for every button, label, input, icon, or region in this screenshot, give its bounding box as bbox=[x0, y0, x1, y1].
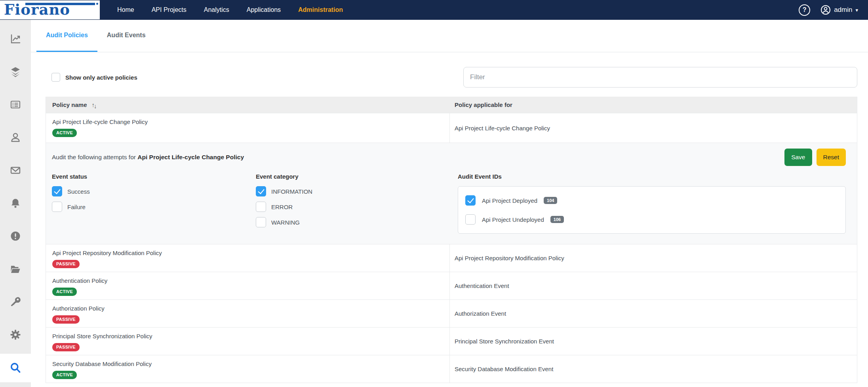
policy-name-header-label: Policy name bbox=[52, 101, 87, 108]
table-row[interactable]: Api Project Repository Modification Poli… bbox=[46, 244, 857, 272]
event-status-option-failure[interactable]: Failure bbox=[52, 202, 256, 212]
table-row[interactable]: Api Project Life-cycle Change Policy ACT… bbox=[46, 113, 857, 143]
table-row[interactable]: Authentication Policy ACTIVE Authenticat… bbox=[46, 272, 857, 299]
table-row[interactable]: Authorization Policy PASSIVE Authorizati… bbox=[46, 299, 857, 327]
policy-name-cell: Api Project Repository Modification Poli… bbox=[46, 244, 450, 272]
save-button[interactable]: Save bbox=[784, 149, 812, 166]
top-navbar: Fiorano Home API Projects Analytics Appl… bbox=[0, 0, 868, 20]
policy-name-cell: Api Project Life-cycle Change Policy ACT… bbox=[46, 113, 450, 143]
search-icon[interactable] bbox=[9, 362, 22, 374]
nav-item-applications[interactable]: Applications bbox=[247, 6, 281, 13]
status-badge: ACTIVE bbox=[52, 129, 77, 137]
policy-applicable-cell: Api Project Life-cycle Change Policy bbox=[450, 113, 857, 143]
policy-detail-panel: Audit the following attempts for Api Pro… bbox=[46, 143, 857, 244]
event-id-badge: 106 bbox=[550, 216, 564, 223]
sidebar-search-section bbox=[0, 354, 31, 382]
audit-event-ids-group: Audit Event IDs Api Project Deployed 104… bbox=[458, 173, 846, 234]
api-project-undeployed-checkbox[interactable] bbox=[465, 214, 476, 225]
status-badge: PASSIVE bbox=[52, 315, 80, 324]
policy-name-cell: Principal Store Synchronization Policy P… bbox=[46, 328, 450, 355]
event-status-group: Event status Success Failure bbox=[52, 173, 256, 234]
policy-applicable-cell: Security Database Modification Event bbox=[450, 355, 857, 383]
show-only-active-checkbox[interactable] bbox=[51, 73, 60, 82]
folder-open-icon[interactable] bbox=[9, 263, 22, 275]
chevron-down-icon: ▾ bbox=[855, 7, 858, 13]
filter-input[interactable] bbox=[463, 67, 857, 88]
content-inner: Show only active policies Policy name ↑ … bbox=[31, 67, 868, 383]
table-header: Policy name ↑ ↓ Policy applicable for bbox=[46, 97, 857, 113]
event-category-option-warning[interactable]: WARNING bbox=[256, 217, 458, 227]
tab-audit-policies[interactable]: Audit Policies bbox=[36, 20, 97, 52]
event-id-option-deployed[interactable]: Api Project Deployed 104 bbox=[465, 195, 838, 206]
navbar-right: ? admin ▾ bbox=[799, 4, 868, 16]
layers-icon[interactable] bbox=[9, 65, 22, 78]
user-icon[interactable] bbox=[9, 131, 22, 144]
key-icon[interactable] bbox=[9, 295, 22, 308]
policy-name: Principal Store Synchronization Policy bbox=[52, 333, 443, 339]
panel-buttons: Save Reset bbox=[784, 149, 846, 166]
nav-item-api-projects[interactable]: API Projects bbox=[152, 6, 187, 13]
reset-button[interactable]: Reset bbox=[817, 149, 846, 166]
warning-checkbox[interactable] bbox=[256, 217, 266, 227]
panel-header-prefix: Audit the following attempts for bbox=[52, 154, 136, 160]
audit-event-ids-box: Api Project Deployed 104 Api Project Und… bbox=[458, 186, 846, 234]
panel-header: Audit the following attempts for Api Pro… bbox=[52, 149, 846, 166]
status-badge: PASSIVE bbox=[52, 343, 80, 351]
success-checkbox[interactable] bbox=[52, 186, 62, 196]
policies-table: Policy name ↑ ↓ Policy applicable for Ap… bbox=[46, 97, 857, 383]
event-id-option-undeployed[interactable]: Api Project Undeployed 106 bbox=[465, 214, 838, 225]
status-badge: ACTIVE bbox=[52, 371, 77, 379]
show-only-active-control[interactable]: Show only active policies bbox=[51, 73, 137, 82]
event-category-option-error[interactable]: ERROR bbox=[256, 202, 458, 212]
tab-audit-events[interactable]: Audit Events bbox=[97, 20, 155, 52]
settings-icon[interactable] bbox=[9, 328, 22, 341]
sort-down-arrow: ↓ bbox=[94, 103, 97, 109]
logo-trademark-dot bbox=[96, 3, 98, 5]
sort-icon[interactable]: ↑ ↓ bbox=[92, 101, 98, 108]
nav-item-home[interactable]: Home bbox=[117, 6, 134, 13]
event-status-option-success[interactable]: Success bbox=[52, 186, 256, 196]
information-checkbox[interactable] bbox=[256, 186, 266, 196]
bell-icon[interactable] bbox=[9, 197, 22, 210]
table-row[interactable]: Security Database Modification Policy AC… bbox=[46, 355, 857, 383]
event-id-badge: 104 bbox=[544, 197, 557, 204]
user-avatar-icon bbox=[820, 5, 831, 15]
failure-checkbox[interactable] bbox=[52, 202, 62, 212]
policy-applicable-cell: Authentication Event bbox=[450, 272, 857, 299]
list-icon[interactable] bbox=[9, 98, 22, 111]
error-checkbox[interactable] bbox=[256, 202, 266, 212]
policy-applicable-cell: Authorization Event bbox=[450, 300, 857, 327]
failure-label: Failure bbox=[67, 204, 86, 210]
api-project-undeployed-label: Api Project Undeployed bbox=[482, 216, 544, 223]
policy-name-cell: Authentication Policy ACTIVE bbox=[46, 272, 450, 299]
user-menu[interactable]: admin ▾ bbox=[820, 5, 858, 15]
panel-groups: Event status Success Failure Even bbox=[52, 173, 846, 234]
policy-name-cell: Security Database Modification Policy AC… bbox=[46, 355, 450, 383]
policy-applicable-cell: Principal Store Synchronization Event bbox=[450, 328, 857, 355]
column-header-policy-name: Policy name ↑ ↓ bbox=[46, 101, 450, 108]
sidebar-footer-strip bbox=[0, 382, 31, 387]
table-row[interactable]: Principal Store Synchronization Policy P… bbox=[46, 327, 857, 355]
mail-icon[interactable] bbox=[9, 164, 22, 177]
brand-logo[interactable]: Fiorano bbox=[0, 0, 100, 19]
policy-name: Authentication Policy bbox=[52, 277, 443, 284]
policy-name-cell: Authorization Policy PASSIVE bbox=[46, 300, 450, 327]
line-chart-icon[interactable] bbox=[9, 32, 22, 45]
alert-icon[interactable] bbox=[9, 230, 22, 242]
main-content: Audit Policies Audit Events Show only ac… bbox=[31, 20, 868, 387]
help-icon[interactable]: ? bbox=[799, 4, 810, 16]
error-label: ERROR bbox=[271, 204, 293, 210]
sidebar bbox=[0, 20, 31, 387]
main-nav: Home API Projects Analytics Applications… bbox=[117, 6, 343, 13]
nav-item-administration[interactable]: Administration bbox=[298, 6, 343, 13]
status-badge: ACTIVE bbox=[52, 288, 77, 296]
policy-name: Authorization Policy bbox=[52, 305, 443, 312]
api-project-deployed-label: Api Project Deployed bbox=[482, 197, 537, 204]
panel-header-policy-name: Api Project Life-cycle Change Policy bbox=[137, 154, 244, 160]
information-label: INFORMATION bbox=[271, 188, 312, 195]
event-category-group: Event category INFORMATION ERROR bbox=[256, 173, 458, 234]
success-label: Success bbox=[67, 188, 90, 195]
nav-item-analytics[interactable]: Analytics bbox=[204, 6, 229, 13]
api-project-deployed-checkbox[interactable] bbox=[465, 195, 476, 206]
event-category-option-information[interactable]: INFORMATION bbox=[256, 186, 458, 196]
